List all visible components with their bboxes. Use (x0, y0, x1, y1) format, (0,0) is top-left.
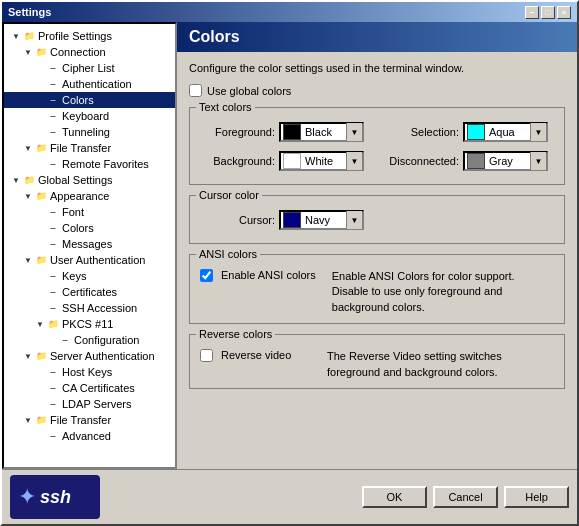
tree-label: Remote Favorites (62, 158, 149, 170)
tree-item-colors[interactable]: – Colors (4, 92, 175, 108)
tree-label: File Transfer (50, 142, 111, 154)
tree-label: PKCS #11 (62, 318, 113, 330)
tree-item-appearance[interactable]: ▼ 📁 Appearance (4, 188, 175, 204)
foreground-dropdown-btn[interactable]: ▼ (346, 123, 362, 141)
tree-item-file-transfer2[interactable]: ▼ 📁 File Transfer (4, 412, 175, 428)
titlebar-controls: − □ × (525, 6, 571, 19)
disconnected-value: Gray (487, 155, 530, 167)
ok-button[interactable]: OK (362, 486, 427, 508)
item-icon: – (46, 157, 60, 171)
tree-label: Advanced (62, 430, 111, 442)
disconnected-select[interactable]: Gray ▼ (463, 151, 548, 171)
ansi-row: Enable ANSI colors Enable ANSI Colors fo… (200, 269, 554, 315)
tree-label: SSH Accession (62, 302, 137, 314)
tree-item-host-keys[interactable]: – Host Keys (4, 364, 175, 380)
ansi-group-label: ANSI colors (196, 248, 260, 260)
tree-item-server-authentication[interactable]: ▼ 📁 Server Authentication (4, 348, 175, 364)
tree-item-cipher-list[interactable]: – Cipher List (4, 60, 175, 76)
tree-item-user-authentication[interactable]: ▼ 📁 User Authentication (4, 252, 175, 268)
tree-label: Keys (62, 270, 86, 282)
folder-icon: 📁 (46, 317, 60, 331)
tree-label: File Transfer (50, 414, 111, 426)
cancel-button[interactable]: Cancel (433, 486, 498, 508)
background-dropdown-btn[interactable]: ▼ (346, 152, 362, 170)
foreground-select[interactable]: Black ▼ (279, 122, 364, 142)
item-icon: – (46, 429, 60, 443)
cursor-select[interactable]: Navy ▼ (279, 210, 364, 230)
reverse-group-label: Reverse colors (196, 328, 275, 340)
item-icon: – (46, 61, 60, 75)
item-icon: – (58, 333, 72, 347)
tree-item-colors2[interactable]: – Colors (4, 220, 175, 236)
tree-item-font[interactable]: – Font (4, 204, 175, 220)
cursor-dropdown-btn[interactable]: ▼ (346, 211, 362, 229)
selection-select[interactable]: Aqua ▼ (463, 122, 548, 142)
close-button[interactable]: × (557, 6, 571, 19)
tree-item-profile-settings[interactable]: ▼ 📁 Profile Settings (4, 28, 175, 44)
tree-item-global-settings[interactable]: ▼ 📁 Global Settings (4, 172, 175, 188)
help-button[interactable]: Help (504, 486, 569, 508)
tree-label: User Authentication (50, 254, 145, 266)
text-colors-right: Selection: Aqua ▼ Disconnected: (384, 122, 548, 176)
item-icon: – (46, 77, 60, 91)
tree-label: Colors (62, 222, 94, 234)
tree-item-file-transfer[interactable]: ▼ 📁 File Transfer (4, 140, 175, 156)
selection-dropdown-btn[interactable]: ▼ (530, 123, 546, 141)
tree-label: LDAP Servers (62, 398, 132, 410)
tree-label: Host Keys (62, 366, 112, 378)
reverse-description: The Reverse Video setting switches foreg… (327, 349, 527, 380)
tree-item-configuration[interactable]: – Configuration (4, 332, 175, 348)
folder-icon: 📁 (34, 349, 48, 363)
tree-item-authentication[interactable]: – Authentication (4, 76, 175, 92)
tree-label: Messages (62, 238, 112, 250)
tree-item-advanced[interactable]: – Advanced (4, 428, 175, 444)
ansi-checkbox[interactable] (200, 269, 213, 282)
expand-icon: ▼ (24, 144, 34, 153)
expand-icon: ▼ (24, 416, 34, 425)
tree-item-tunneling[interactable]: – Tunneling (4, 124, 175, 140)
item-icon: – (46, 205, 60, 219)
folder-icon: 📁 (34, 413, 48, 427)
ansi-colors-group: ANSI colors Enable ANSI colors Enable AN… (189, 254, 565, 324)
tree-panel: ▼ 📁 Profile Settings ▼ 📁 Connection – Ci… (2, 22, 177, 469)
tree-label: Server Authentication (50, 350, 155, 362)
tree-item-keys[interactable]: – Keys (4, 268, 175, 284)
tree-item-keyboard[interactable]: – Keyboard (4, 108, 175, 124)
item-icon: – (46, 125, 60, 139)
folder-icon: 📁 (34, 45, 48, 59)
reverse-checkbox[interactable] (200, 349, 213, 362)
tree-item-certificates[interactable]: – Certificates (4, 284, 175, 300)
background-swatch (283, 153, 301, 169)
disconnected-dropdown-btn[interactable]: ▼ (530, 152, 546, 170)
tree-item-remote-favorites[interactable]: – Remote Favorites (4, 156, 175, 172)
foreground-swatch (283, 124, 301, 140)
reverse-label[interactable]: Reverse video (221, 349, 311, 361)
selection-value: Aqua (487, 126, 530, 138)
tree-item-connection[interactable]: ▼ 📁 Connection (4, 44, 175, 60)
cursor-label: Cursor: (200, 214, 275, 226)
ansi-label[interactable]: Enable ANSI colors (221, 269, 316, 281)
global-colors-label[interactable]: Use global colors (207, 85, 291, 97)
text-colors-label: Text colors (196, 101, 255, 113)
tree-item-ca-certificates[interactable]: – CA Certificates (4, 380, 175, 396)
maximize-button[interactable]: □ (541, 6, 555, 19)
tree-item-ldap-servers[interactable]: – LDAP Servers (4, 396, 175, 412)
tree-item-pkcs11[interactable]: ▼ 📁 PKCS #11 (4, 316, 175, 332)
cursor-swatch (283, 212, 301, 228)
tree-item-messages[interactable]: – Messages (4, 236, 175, 252)
tree-item-ssh-accession[interactable]: – SSH Accession (4, 300, 175, 316)
background-select[interactable]: White ▼ (279, 151, 364, 171)
item-icon: – (46, 109, 60, 123)
global-colors-checkbox[interactable] (189, 84, 202, 97)
cursor-group-label: Cursor color (196, 189, 262, 201)
cursor-row: Cursor: Navy ▼ (200, 210, 554, 230)
minimize-button[interactable]: − (525, 6, 539, 19)
background-value: White (303, 155, 346, 167)
dialog-buttons: OK Cancel Help (362, 486, 569, 508)
item-icon: – (46, 381, 60, 395)
tree-label: Appearance (50, 190, 109, 202)
item-icon: – (46, 285, 60, 299)
folder-icon: 📁 (22, 173, 36, 187)
tree-label: Profile Settings (38, 30, 112, 42)
item-icon: – (46, 365, 60, 379)
